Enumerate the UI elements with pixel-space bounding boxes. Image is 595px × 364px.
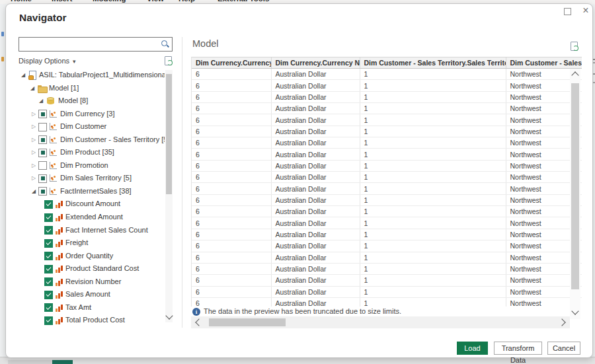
cancel-button[interactable]: Cancel	[547, 342, 580, 355]
tree-item-extended-amount[interactable]: Extended Amount	[14, 211, 165, 224]
table-cell: 6	[192, 126, 271, 137]
table-cell: Australian Dollar	[271, 91, 360, 102]
expand-arrow-icon[interactable]: ▷	[30, 133, 38, 147]
preview-vscrollbar-thumb[interactable]	[571, 83, 579, 289]
tree-item-fact-internet-sales-count[interactable]: Fact Internet Sales Count	[14, 224, 165, 237]
tree-item-asil-root[interactable]: ◢ASIL: TabularProject1_MultidimensionalP…	[14, 69, 165, 82]
tree-item-label: Tax Amt	[65, 301, 91, 314]
checkbox-revision-number[interactable]	[44, 277, 53, 286]
column-header: Dim Customer - Sales Terri	[506, 57, 582, 69]
checkbox-sales-amount[interactable]	[44, 291, 53, 299]
expand-arrow-icon[interactable]: ▷	[30, 120, 38, 133]
tree-scrollbar-thumb[interactable]	[166, 74, 172, 194]
preview-vertical-scrollbar[interactable]	[570, 69, 580, 319]
table-row: 6Australian Dollar1Northwest	[192, 103, 582, 114]
ribbon-tab-modeling[interactable]: Modeling	[93, 0, 126, 3]
tree-item-dim-customer[interactable]: ▷Dim Customer	[14, 120, 165, 133]
checkbox-product-standard-cost[interactable]	[44, 265, 53, 273]
tree-item-product-standard-cost[interactable]: Product Standard Cost	[14, 262, 165, 275]
checkbox-dim-currency[interactable]	[38, 110, 47, 118]
table-cell: 1	[360, 194, 506, 205]
tree-item-label: Discount Amount	[65, 198, 120, 211]
display-options-button[interactable]: Display Options▾	[19, 57, 76, 67]
tree-item-dim-sales-territory[interactable]: ▷Dim Sales Territory [5]	[14, 172, 165, 185]
ribbon-tab-insert[interactable]: Insert	[52, 0, 72, 3]
collapse-arrow-icon[interactable]: ◢	[37, 94, 45, 108]
checkbox-total-product-cost[interactable]	[44, 316, 53, 325]
preview-horizontal-scrollbar[interactable]	[191, 316, 570, 328]
table-cell: Australian Dollar	[271, 149, 360, 160]
tree-item-discount-amount[interactable]: Discount Amount	[14, 198, 165, 211]
table-cell: 6	[192, 263, 271, 274]
tree-item-order-quantity[interactable]: Order Quantity	[14, 250, 165, 263]
checkbox-dim-customer-sales-territory[interactable]	[38, 135, 47, 144]
tree-item-dim-customer-sales-territory[interactable]: ▷Dim Customer - Sales Territory [5]	[14, 133, 165, 147]
checkbox-fact-internet-sales-count[interactable]	[44, 226, 53, 235]
table-cell: 1	[360, 183, 506, 194]
scroll-left-icon[interactable]	[195, 318, 202, 326]
checkbox-order-quantity[interactable]	[44, 252, 53, 260]
tree-item-label: Dim Promotion	[60, 159, 108, 172]
pane-divider	[182, 37, 182, 328]
table-cell: Australian Dollar	[271, 114, 360, 126]
table-cell: Australian Dollar	[271, 126, 360, 137]
table-cell: 1	[360, 206, 506, 217]
checkbox-factinternetsales[interactable]	[38, 187, 47, 196]
checkbox-tax-amt[interactable]	[44, 303, 53, 312]
table-cell: 1	[360, 69, 506, 80]
tree-item-model-cube[interactable]: ◢Model [8]	[14, 94, 165, 108]
close-icon[interactable]: ×	[580, 4, 591, 17]
checkbox-dim-promotion[interactable]	[38, 161, 47, 170]
search-input[interactable]	[20, 38, 159, 50]
scroll-down-icon[interactable]	[571, 307, 578, 314]
expand-arrow-icon[interactable]: ▷	[30, 159, 38, 172]
checkbox-freight[interactable]	[44, 239, 53, 248]
checkbox-dim-sales-territory[interactable]	[38, 174, 47, 183]
preview-hscrollbar-thumb[interactable]	[209, 318, 286, 326]
checkbox-extended-amount[interactable]	[44, 213, 53, 222]
tree-item-factinternetsales[interactable]: ◢FactInternetSales [38]	[14, 185, 165, 198]
expand-arrow-icon[interactable]: ▷	[30, 146, 38, 159]
tree-item-label: Product Standard Cost	[65, 262, 139, 275]
tree-item-dim-currency[interactable]: ▷Dim Currency [3]	[14, 108, 165, 121]
checkbox-dim-product[interactable]	[38, 149, 47, 157]
ribbon-tab-view[interactable]: View	[147, 0, 164, 3]
table-cell: Australian Dollar	[271, 194, 360, 205]
collapse-arrow-icon[interactable]: ◢	[19, 69, 27, 82]
tree-item-revision-number[interactable]: Revision Number	[14, 275, 165, 289]
tree-item-label: FactInternetSales [38]	[60, 185, 132, 198]
ribbon-tab-help[interactable]: Help	[178, 0, 195, 3]
tree-item-freight[interactable]: Freight	[14, 237, 165, 250]
tree-item-total-product-cost[interactable]: Total Product Cost	[14, 314, 165, 327]
checkbox-discount-amount[interactable]	[44, 200, 53, 209]
checkbox-dim-customer[interactable]	[38, 123, 47, 131]
table-cell: 1	[360, 103, 506, 114]
ribbon-tab-home[interactable]: Home	[11, 0, 32, 3]
tree-item-label: Fact Internet Sales Count	[65, 224, 148, 237]
table-cell: 1	[360, 286, 506, 297]
ribbon-tab-external-tools[interactable]: External Tools	[218, 0, 269, 3]
table-row: 6Australian Dollar1Northwest	[192, 286, 582, 297]
collapse-arrow-icon[interactable]: ◢	[30, 185, 38, 198]
tree-item-label: Model [8]	[58, 94, 88, 108]
tree-item-label: Dim Sales Territory [5]	[60, 172, 132, 185]
tree-item-model-folder[interactable]: ◢Model [1]	[14, 82, 165, 95]
expand-arrow-icon[interactable]: ▷	[30, 108, 38, 121]
maximize-icon[interactable]	[564, 8, 571, 15]
tree-item-sales-amount[interactable]: Sales Amount	[14, 288, 165, 301]
expand-arrow-icon[interactable]: ▷	[30, 172, 38, 185]
scroll-down-icon[interactable]	[165, 312, 173, 319]
table-cell: 6	[192, 297, 271, 307]
tree-item-tax-amt[interactable]: Tax Amt	[14, 301, 165, 314]
column-header: Dim Currency.Currency Name	[271, 57, 360, 69]
scroll-right-icon[interactable]	[558, 318, 565, 326]
refresh-preview-icon[interactable]	[165, 56, 173, 65]
scroll-up-icon[interactable]	[571, 71, 578, 79]
transform-data-button[interactable]: Transform Data	[494, 342, 542, 355]
tree-scrollbar[interactable]	[165, 70, 173, 322]
refresh-preview-icon[interactable]	[571, 42, 578, 51]
load-button[interactable]: Load	[457, 342, 488, 355]
tree-item-dim-promotion[interactable]: ▷Dim Promotion	[14, 159, 165, 172]
collapse-arrow-icon[interactable]: ◢	[28, 82, 36, 95]
tree-item-dim-product[interactable]: ▷Dim Product [35]	[14, 146, 165, 159]
